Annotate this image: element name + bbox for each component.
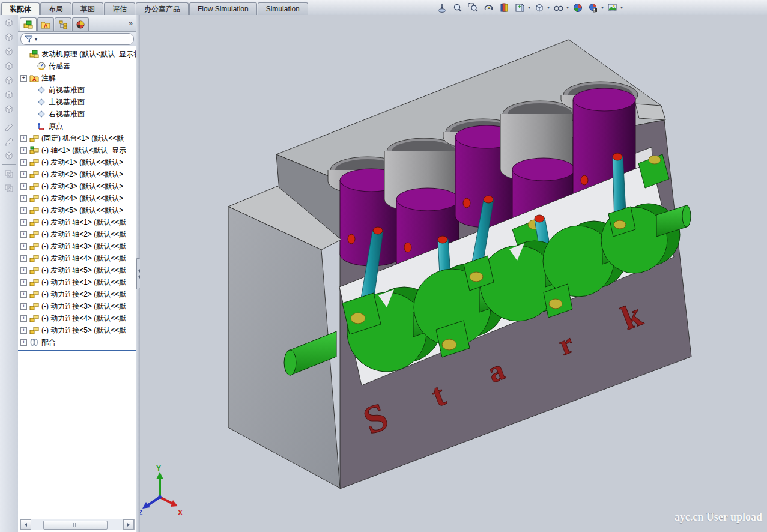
tree-item-component[interactable]: + (-) 发动连轴<1> (默认<<默: [18, 216, 136, 228]
tree-item-component[interactable]: + (-) 动力连接<1> (默认<<默: [18, 276, 136, 288]
tree-item-component[interactable]: + (-) 发动<3> (默认<<默认>: [18, 180, 136, 192]
tree-item-component[interactable]: + (-) 动力连接<5> (默认<<默: [18, 324, 136, 336]
hide-show-items-icon[interactable]: [552, 1, 565, 14]
view-settings-dropdown[interactable]: ▾: [620, 5, 623, 10]
expand-toggle[interactable]: +: [20, 315, 27, 322]
plane-icon: [37, 109, 46, 119]
reference-geometry-icon[interactable]: [1, 149, 17, 162]
tree-item-mates[interactable]: + 配合: [18, 336, 136, 348]
displaymanager-tab[interactable]: [72, 17, 89, 31]
tree-item-component[interactable]: + (-) 发动<2> (默认<<默认>: [18, 168, 136, 180]
top-view-icon[interactable]: [1, 74, 17, 87]
right-view-icon[interactable]: [1, 59, 17, 73]
component-icon: [29, 205, 39, 215]
featuremanager-tab[interactable]: [20, 17, 37, 31]
tree-item-component[interactable]: + (-) 发动连轴<3> (默认<<默: [18, 240, 136, 252]
tree-item-root[interactable]: 发动机原理 (默认<默认_显示状: [18, 48, 136, 60]
expand-toggle[interactable]: +: [20, 171, 27, 178]
tree-item-component[interactable]: + (-) 动力连接<4> (默认<<默: [18, 312, 136, 324]
3d-drawing-view-icon[interactable]: [498, 1, 511, 14]
expand-toggle[interactable]: +: [20, 279, 27, 286]
expand-toggle[interactable]: +: [20, 327, 27, 334]
expand-toggle[interactable]: +: [20, 303, 27, 310]
expand-toggle[interactable]: +: [20, 219, 27, 226]
left-view-icon[interactable]: [1, 45, 17, 58]
tree-item-component[interactable]: + (-) 动力连接<2> (默认<<默: [18, 288, 136, 300]
tree-item-component[interactable]: + (-) 发动连轴<4> (默认<<默: [18, 252, 136, 264]
expand-toggle[interactable]: +: [20, 291, 27, 298]
tree-item-component[interactable]: + (-) 发动连轴<2> (默认<<默: [18, 228, 136, 240]
propertymanager-tab[interactable]: [37, 17, 54, 31]
panel-horizontal-scrollbar[interactable]: [20, 519, 135, 530]
scroll-left-button[interactable]: [20, 519, 31, 530]
tab-simulation[interactable]: Simulation: [258, 2, 308, 15]
tab-office-products[interactable]: 办公室产品: [136, 2, 189, 15]
graphics-viewport[interactable]: S t a r k: [140, 15, 767, 532]
isometric-view-icon[interactable]: [1, 103, 17, 116]
view-orientation-dropdown[interactable]: ▾: [547, 5, 550, 10]
tab-evaluate[interactable]: 评估: [104, 2, 135, 15]
command-tabs: 装配体 布局 草图 评估 办公室产品 Flow Simulation Simul…: [1, 2, 309, 15]
apply-scene-icon[interactable]: [587, 1, 600, 14]
apply-scene-dropdown[interactable]: ▾: [601, 5, 604, 10]
rotate-view-icon[interactable]: [482, 1, 496, 14]
svg-text:Z: Z: [140, 509, 142, 517]
zoom-to-area-icon[interactable]: [467, 1, 480, 14]
tab-sketch[interactable]: 草图: [72, 2, 103, 15]
hide-components-icon[interactable]: [1, 166, 17, 180]
expand-toggle[interactable]: +: [20, 195, 27, 202]
tree-item-component[interactable]: + (-) 发动<4> (默认<<默认>: [18, 192, 136, 204]
filter-input[interactable]: [39, 35, 130, 43]
expand-toggle[interactable]: +: [20, 255, 27, 262]
engine-assembly-model[interactable]: S t a r k: [140, 15, 767, 532]
expand-toggle[interactable]: +: [20, 183, 27, 190]
tree-item-component[interactable]: + (-) 发动<1> (默认<<默认>: [18, 156, 136, 168]
tree-item-right-plane[interactable]: 右视基准面: [18, 108, 136, 120]
expand-toggle[interactable]: +: [20, 339, 27, 346]
expand-toggle[interactable]: +: [20, 75, 27, 82]
bottom-view-icon[interactable]: [1, 88, 17, 101]
expand-toggle[interactable]: +: [20, 231, 27, 238]
show-components-icon[interactable]: [1, 181, 17, 194]
front-view-icon[interactable]: [1, 16, 17, 29]
section-view-icon[interactable]: [514, 1, 527, 14]
tab-flow-simulation[interactable]: Flow Simulation: [189, 2, 257, 15]
tree-item-component[interactable]: + (-) 动力连接<3> (默认<<默: [18, 300, 136, 312]
tab-layout[interactable]: 布局: [40, 2, 71, 15]
tree-item-sensors[interactable]: 传感器: [18, 60, 136, 72]
zoom-to-fit-icon[interactable]: [451, 1, 464, 14]
tree-item-top-plane[interactable]: 上视基准面: [18, 96, 136, 108]
expand-toggle[interactable]: +: [20, 135, 27, 142]
normal-to-icon[interactable]: [435, 1, 449, 14]
left-view-toolbar: [0, 15, 19, 532]
tab-assembly[interactable]: 装配体: [1, 2, 40, 15]
configurationmanager-tab[interactable]: [55, 17, 71, 31]
view-orientation-icon[interactable]: [533, 1, 546, 14]
hide-show-items-dropdown[interactable]: ▾: [566, 5, 569, 10]
panel-tab-overflow[interactable]: »: [129, 19, 133, 28]
edit-appearance-icon[interactable]: [571, 1, 584, 14]
filter-pill[interactable]: ▾: [20, 33, 134, 45]
scrollbar-thumb[interactable]: [43, 521, 108, 530]
featuremanager-panel: » ▾ 发动机原理 (默认<默认_显示状 传感器 + 注解 前视基: [18, 15, 137, 532]
tree-item-annotations[interactable]: + 注解: [18, 72, 136, 84]
expand-toggle[interactable]: +: [20, 267, 27, 274]
expand-toggle[interactable]: +: [20, 159, 27, 166]
expand-toggle[interactable]: +: [20, 207, 27, 214]
scroll-right-button[interactable]: [123, 519, 134, 530]
filter-caret[interactable]: ▾: [35, 37, 37, 42]
panel-split-bar[interactable]: [18, 350, 136, 351]
tree-item-component[interactable]: + (-) 发动<5> (默认<<默认>: [18, 204, 136, 216]
tree-item-component[interactable]: + (固定) 机台<1> (默认<<默: [18, 132, 136, 144]
view-settings-icon[interactable]: [606, 1, 619, 14]
3d-sketch-icon[interactable]: [1, 135, 17, 148]
tree-item-component[interactable]: + (-) 轴<1> (默认<默认_显示: [18, 144, 136, 156]
expand-toggle[interactable]: +: [20, 243, 27, 250]
tree-item-origin[interactable]: 原点: [18, 120, 136, 132]
section-view-dropdown[interactable]: ▾: [528, 5, 530, 10]
expand-toggle[interactable]: +: [20, 147, 27, 154]
tree-item-component[interactable]: + (-) 发动连轴<5> (默认<<默: [18, 264, 136, 276]
tree-item-front-plane[interactable]: 前视基准面: [18, 84, 136, 96]
back-view-icon[interactable]: [1, 31, 17, 44]
sketch-icon[interactable]: [1, 120, 17, 133]
